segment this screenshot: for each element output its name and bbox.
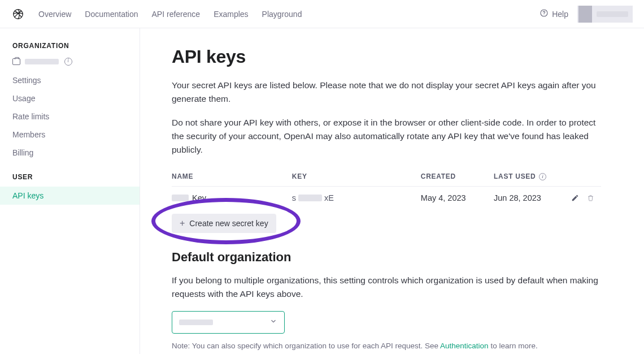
key-suffix: xE bbox=[324, 193, 334, 202]
info-icon bbox=[64, 58, 72, 66]
intro-paragraph-1: Your secret API keys are listed below. P… bbox=[172, 79, 601, 106]
org-name-redacted bbox=[25, 59, 59, 64]
briefcase-icon bbox=[12, 58, 20, 65]
sidebar-header-organization: ORGANIZATION bbox=[0, 42, 140, 55]
intro-paragraph-2: Do not share your API key with others, o… bbox=[172, 116, 601, 157]
svg-point-2 bbox=[544, 15, 545, 15]
col-key: KEY bbox=[292, 167, 421, 187]
help-link[interactable]: Help bbox=[539, 8, 568, 19]
create-secret-key-button[interactable]: + Create new secret key bbox=[172, 214, 276, 233]
default-org-heading: Default organization bbox=[172, 250, 612, 265]
col-last-used: LAST USED i bbox=[494, 167, 567, 187]
plus-icon: + bbox=[180, 219, 185, 228]
avatar bbox=[578, 6, 592, 23]
delete-key-button[interactable] bbox=[587, 194, 594, 202]
sidebar-item-rate-limits[interactable]: Rate limits bbox=[0, 107, 140, 126]
nav-link-overview[interactable]: Overview bbox=[38, 10, 71, 19]
sidebar-item-members[interactable]: Members bbox=[0, 126, 140, 144]
nav-link-documentation[interactable]: Documentation bbox=[85, 10, 138, 19]
key-name-redacted bbox=[172, 195, 189, 201]
col-name: NAME bbox=[172, 167, 292, 187]
sidebar-item-settings[interactable]: Settings bbox=[0, 71, 140, 89]
default-org-note: Note: You can also specify which organiz… bbox=[172, 342, 612, 350]
top-nav: Overview Documentation API reference Exa… bbox=[0, 0, 644, 28]
table-row: Key s xE May 4, 2023 Jun 28, 2023 bbox=[172, 187, 601, 210]
sidebar-item-usage[interactable]: Usage bbox=[0, 89, 140, 107]
account-menu[interactable] bbox=[577, 6, 633, 23]
key-name-suffix: Key bbox=[192, 193, 206, 202]
sidebar-header-user: USER bbox=[0, 173, 140, 187]
sidebar-item-billing[interactable]: Billing bbox=[0, 144, 140, 162]
key-prefix: s bbox=[292, 193, 296, 202]
help-label: Help bbox=[552, 10, 568, 19]
nav-links: Overview Documentation API reference Exa… bbox=[38, 10, 302, 19]
main-content: API keys Your secret API keys are listed… bbox=[140, 28, 644, 354]
key-created: May 4, 2023 bbox=[421, 187, 494, 210]
create-button-label: Create new secret key bbox=[189, 219, 268, 228]
edit-key-button[interactable] bbox=[571, 194, 579, 202]
help-icon bbox=[539, 8, 549, 19]
sidebar-item-api-keys[interactable]: API keys bbox=[0, 187, 140, 205]
nav-link-playground[interactable]: Playground bbox=[262, 10, 302, 19]
sidebar: ORGANIZATION Settings Usage Rate limits … bbox=[0, 28, 140, 354]
info-icon: i bbox=[539, 173, 546, 180]
page-title: API keys bbox=[172, 46, 612, 67]
default-org-select[interactable] bbox=[172, 311, 285, 334]
col-created: CREATED bbox=[421, 167, 494, 187]
nav-link-api-reference[interactable]: API reference bbox=[152, 10, 201, 19]
authentication-link[interactable]: Authentication bbox=[440, 342, 489, 350]
trash-icon bbox=[587, 194, 594, 202]
default-org-paragraph: If you belong to multiple organizations,… bbox=[172, 274, 601, 301]
selected-org-redacted bbox=[179, 320, 213, 325]
chevron-down-icon bbox=[269, 317, 277, 327]
api-keys-table: NAME KEY CREATED LAST USED i bbox=[172, 167, 601, 209]
key-value-redacted bbox=[298, 195, 322, 201]
account-name-redacted bbox=[597, 11, 628, 17]
openai-logo-icon bbox=[11, 7, 25, 21]
nav-link-examples[interactable]: Examples bbox=[214, 10, 248, 19]
pencil-icon bbox=[571, 194, 579, 202]
key-last-used: Jun 28, 2023 bbox=[494, 187, 567, 210]
sidebar-org-selector[interactable] bbox=[0, 55, 140, 71]
